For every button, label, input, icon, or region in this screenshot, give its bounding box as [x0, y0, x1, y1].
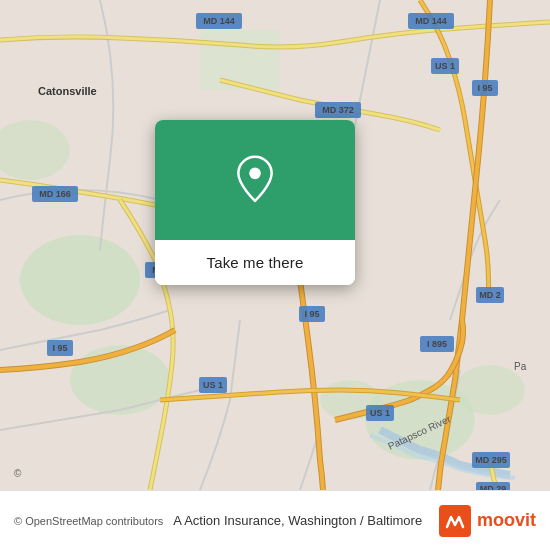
svg-text:I 95: I 95: [304, 309, 319, 319]
svg-point-5: [455, 365, 525, 415]
moovit-logo: moovit: [439, 505, 536, 537]
svg-point-1: [20, 235, 140, 325]
bottom-bar: © OpenStreetMap contributors A Action In…: [0, 490, 550, 550]
svg-text:US 1: US 1: [370, 408, 390, 418]
svg-text:MD 372: MD 372: [322, 105, 354, 115]
svg-text:US 1: US 1: [203, 380, 223, 390]
svg-text:I 895: I 895: [427, 339, 447, 349]
attribution-text: © OpenStreetMap contributors: [14, 515, 163, 527]
moovit-text: moovit: [477, 510, 536, 531]
svg-rect-6: [200, 30, 280, 90]
take-me-there-button[interactable]: Take me there: [155, 240, 355, 285]
svg-text:MD 144: MD 144: [415, 16, 447, 26]
svg-text:MD 295: MD 295: [475, 455, 507, 465]
location-pin-icon: [230, 155, 280, 205]
svg-text:©: ©: [14, 468, 22, 479]
popup-card: Take me there: [155, 120, 355, 285]
svg-text:Pa: Pa: [514, 361, 527, 372]
svg-text:I 95: I 95: [477, 83, 492, 93]
svg-text:Catonsville: Catonsville: [38, 85, 97, 97]
svg-text:MD 166: MD 166: [39, 189, 71, 199]
svg-text:MD 2: MD 2: [479, 290, 501, 300]
moovit-brand-icon: [439, 505, 471, 537]
svg-text:US 1: US 1: [435, 61, 455, 71]
svg-point-42: [249, 168, 261, 180]
location-info: A Action Insurance, Washington / Baltimo…: [173, 513, 439, 528]
popup-green-area: [155, 120, 355, 240]
svg-rect-43: [439, 505, 471, 537]
map-container: MD 144 MD 144 US 1 I 95 MD 372 MD 166 MD…: [0, 0, 550, 490]
svg-text:MD 29: MD 29: [480, 484, 507, 490]
svg-text:I 95: I 95: [52, 343, 67, 353]
svg-text:MD 144: MD 144: [203, 16, 235, 26]
